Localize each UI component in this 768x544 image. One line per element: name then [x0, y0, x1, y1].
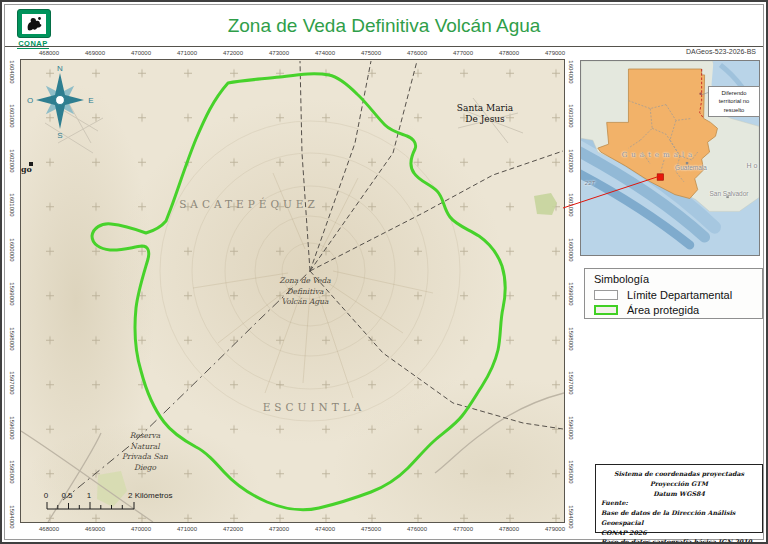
source-info-box: Sistema de coordenadas proyectadas Proye…	[595, 464, 763, 533]
scalebar-label-05: 0.5	[61, 491, 72, 500]
legend-item-label: Área protegida	[627, 304, 699, 316]
department-label-sacatepequez: SACATEPÉQUEZ	[179, 198, 319, 210]
reserve-label-line3: Privada San	[122, 452, 168, 463]
x-axis-label: 477000	[453, 526, 473, 532]
x-axis-label: 478000	[499, 50, 519, 56]
reserve-label: Reserva Natural Privada San Diego	[122, 431, 168, 473]
reserve-label-line2: Natural	[122, 442, 168, 453]
callout-line1: Diferendo	[710, 89, 758, 97]
projection-line: Proyección GTM	[601, 479, 757, 489]
page-title: Zona de Veda Definitiva Volcán Agua	[2, 15, 766, 37]
fuente-label: Fuente:	[601, 498, 757, 508]
x-axis-label: 475000	[361, 50, 381, 56]
source-line-3: Base de datos cartografía básica IGN 201…	[601, 537, 757, 544]
x-axis-label: 476000	[407, 50, 427, 56]
callout-anchor-dot	[699, 92, 702, 95]
x-axis-label: 472000	[223, 526, 243, 532]
x-axis-label: 476000	[407, 526, 427, 532]
x-axis-label: 471000	[177, 50, 197, 56]
x-axis-label: 479000	[545, 50, 565, 56]
inset-country-label: Guatemala	[622, 151, 696, 159]
town-label-line1: Santa Maria	[457, 103, 513, 114]
x-axis-label: 474000	[315, 526, 335, 532]
x-axis-label: 475000	[361, 526, 381, 532]
x-axis-label: 473000	[269, 526, 289, 532]
edge-town-label: go	[21, 164, 32, 174]
svg-text:O: O	[27, 96, 33, 105]
source-line-2: CONAP 2026	[601, 528, 757, 538]
y-axis-label: 1601000	[9, 193, 15, 216]
x-axis-label: 468000	[39, 526, 59, 532]
departmental-boundary-swatch	[594, 290, 618, 300]
x-axis-label: 471000	[177, 526, 197, 532]
y-axis-label: 1599000	[9, 282, 15, 305]
y-axis-label: 1600000	[568, 238, 574, 261]
x-axis-label: 479000	[545, 526, 565, 532]
conap-logo-text: CONAP	[17, 39, 49, 49]
y-axis-label: 1603000	[9, 104, 15, 127]
y-axis-label: 1598000	[568, 327, 574, 350]
reserve-label-line1: Reserva	[122, 431, 168, 442]
y-axis-label: 1594000	[9, 505, 15, 528]
legend-item-departmental: Límite Departamental	[594, 289, 762, 301]
y-axis-label: 1598000	[9, 327, 15, 350]
y-axis-label: 1604000	[568, 60, 574, 83]
callout-line3: resuelto	[710, 106, 758, 114]
y-axis-label: 1596000	[9, 416, 15, 439]
x-axis-label: 472000	[223, 50, 243, 56]
volcano-location-marker	[657, 174, 663, 180]
x-axis-label: 470000	[131, 526, 151, 532]
zone-label-line3: Volcán Agua	[279, 297, 330, 308]
scalebar-label-0: 0	[44, 491, 48, 500]
inset-honduras-label: Ho	[747, 162, 760, 169]
inset-city-label: Guatemala	[675, 164, 707, 171]
legend-title: Simbología	[594, 273, 762, 285]
x-axis-label: 469000	[85, 526, 105, 532]
scalebar-label-1: 1	[87, 491, 91, 500]
legend-item-label: Límite Departamental	[627, 289, 732, 301]
y-axis-label: 1602000	[9, 149, 15, 172]
y-axis-label: 1595000	[568, 460, 574, 483]
y-axis-label: 1596000	[568, 416, 574, 439]
zone-label-line2: Definitiva	[279, 287, 330, 298]
zone-label-line1: Zona de Veda	[279, 276, 330, 287]
territorial-dispute-callout: Diferendo territorial no resuelto	[708, 86, 760, 117]
y-axis-label: 1595000	[9, 460, 15, 483]
y-axis-label: 1603000	[568, 104, 574, 127]
y-axis-label: 1602000	[568, 149, 574, 172]
source-line-1: Base de datos de la Dirección Análisis G…	[601, 508, 757, 528]
x-axis-label: 470000	[131, 50, 151, 56]
y-axis-label: 1604000	[9, 60, 15, 83]
x-axis-label: 469000	[85, 50, 105, 56]
legend-item-protected-area: Área protegida	[594, 304, 762, 316]
projection-system-line: Sistema de coordenadas proyectadas	[601, 469, 757, 479]
y-axis-label: 1594000	[568, 505, 574, 528]
y-axis-label: 1599000	[568, 282, 574, 305]
svg-text:S: S	[57, 131, 62, 140]
protected-area-swatch	[594, 305, 618, 315]
department-label-escuintla: ESCUINTLA	[263, 401, 366, 413]
scalebar-label-2km: 2 Kilómetros	[128, 491, 172, 500]
svg-text:N: N	[57, 64, 63, 73]
y-axis-label: 1601000	[568, 193, 574, 216]
x-axis-label: 477000	[453, 50, 473, 56]
datum-line: Datum WGS84	[601, 489, 757, 499]
reserve-label-line4: Diego	[122, 463, 168, 474]
callout-line2: territorial no	[710, 97, 758, 105]
legend: Simbología Límite Departamental Área pro…	[584, 268, 763, 319]
map-sheet: CONAP Zona de Veda Definitiva Volcán Agu…	[0, 0, 768, 544]
header-divider	[5, 46, 763, 47]
x-axis-label: 474000	[315, 50, 335, 56]
y-axis-label: 1600000	[9, 238, 15, 261]
y-axis-label: 1597000	[9, 371, 15, 394]
protected-zone-label: Zona de Veda Definitiva Volcán Agua	[279, 276, 330, 308]
x-axis-label: 478000	[499, 526, 519, 532]
inset-san-salvador-label: San Salvador	[709, 190, 748, 197]
town-label-santa-maria: Santa Maria De Jesus	[457, 103, 513, 126]
y-axis-label: 1597000	[568, 371, 574, 394]
x-axis-label: 468000	[39, 50, 59, 56]
inset-grid-zone-label: 22T	[585, 180, 595, 186]
svg-text:E: E	[88, 96, 93, 105]
document-id: DAGeos-523-2026-BS	[686, 48, 756, 55]
town-label-line2: De Jesus	[457, 114, 513, 125]
